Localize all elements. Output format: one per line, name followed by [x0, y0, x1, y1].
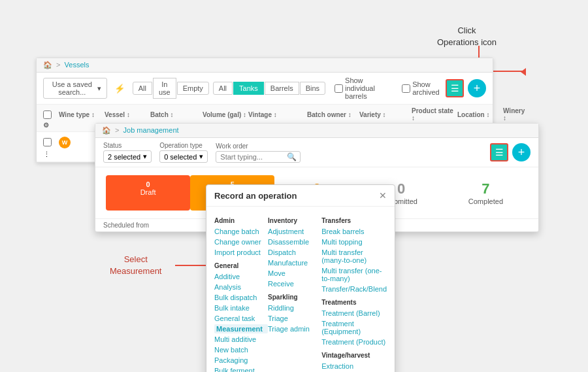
ops-new-batch[interactable]: New batch	[214, 345, 268, 354]
ops-receive[interactable]: Receive	[268, 279, 321, 288]
col-batch[interactable]: Batch ↕	[150, 107, 203, 122]
tab-empty[interactable]: Empty	[177, 82, 209, 95]
status-label: Status	[103, 142, 152, 149]
operations-icon: ☰	[451, 83, 459, 93]
operations-button-vessels[interactable]: ☰	[446, 79, 464, 97]
ops-measurement[interactable]: Measurement	[214, 324, 268, 333]
row-checkbox[interactable]	[43, 138, 52, 146]
col-batch-owner[interactable]: Batch owner ↕	[307, 107, 359, 122]
job-mgmt-link[interactable]: Job management	[123, 126, 179, 134]
w2-toolbar-right: ☰ +	[490, 143, 531, 161]
breadcrumb: 🏠 > Vessels	[43, 61, 89, 69]
row-check[interactable]	[43, 138, 59, 148]
ops-dialog-close-button[interactable]: ✕	[379, 190, 387, 201]
job-management-header: 🏠 > Job management	[95, 124, 538, 138]
ops-multi-additive[interactable]: Multi additive	[214, 335, 268, 344]
tab-tanks[interactable]: Tanks	[233, 82, 264, 95]
ops-import-product[interactable]: Import product	[214, 248, 268, 257]
annotation-click-ops: ClickOperations icon	[437, 25, 497, 48]
sparkling-section-title: Sparkling	[268, 294, 321, 301]
wine-badge: W	[59, 137, 71, 148]
add-job-button[interactable]: +	[512, 143, 531, 161]
ops-treatment-product[interactable]: Treatment (Product)	[321, 337, 387, 347]
ops-multi-topping[interactable]: Multi topping	[321, 237, 387, 246]
admin-section-title: Admin	[214, 217, 268, 224]
ops-change-owner[interactable]: Change owner	[214, 237, 268, 246]
ops-general-task[interactable]: General task	[214, 314, 268, 323]
ops-multi-transfer-many[interactable]: Multi transfer (many-to-one)	[321, 248, 387, 265]
scheduled-from-label: Scheduled from	[103, 222, 149, 229]
ops-disassemble[interactable]: Disassemble	[268, 237, 321, 246]
filter-button[interactable]: ⚡	[111, 82, 129, 95]
add-vessel-button[interactable]: +	[468, 79, 486, 97]
col-vessel[interactable]: Vessel ↕	[105, 107, 150, 122]
saved-search-label: Use a saved search...	[49, 80, 95, 96]
col-variety[interactable]: Variety ↕	[359, 107, 412, 122]
vessels-header: 🏠 > Vessels	[37, 58, 493, 73]
ops-transfer-rack-blend[interactable]: Transfer/Rack/Blend	[321, 284, 387, 294]
chevron-down-icon2: ▾	[143, 152, 147, 161]
tab-in-use[interactable]: In use	[153, 78, 176, 99]
ops-change-batch[interactable]: Change batch	[214, 227, 268, 236]
status-section: Status 2 selected ▾	[103, 142, 152, 163]
ops-dispatch[interactable]: Dispatch	[268, 248, 321, 257]
tab-bins[interactable]: Bins	[300, 82, 325, 95]
ops-riddling[interactable]: Riddling	[268, 303, 321, 313]
show-individual-label: Show individual barrels	[335, 76, 393, 100]
op-type-select[interactable]: 0 selected ▾	[159, 150, 208, 163]
ops-manufacture[interactable]: Manufacture	[268, 258, 321, 267]
completed-label: Completed	[446, 197, 525, 205]
col-check[interactable]	[43, 107, 59, 122]
home-icon[interactable]: 🏠	[43, 61, 52, 69]
op-type-value: 0 selected	[164, 153, 197, 161]
ops-treatment-equipment[interactable]: Treatment (Equipment)	[321, 319, 387, 336]
work-order-label: Work order	[216, 143, 301, 150]
job-management-toolbar: Status 2 selected ▾ Operation type 0 sel…	[95, 138, 538, 167]
saved-search-button[interactable]: Use a saved search... ▾	[43, 78, 107, 99]
annotation-select-measurement: SelectMeasurement	[110, 254, 161, 277]
col-location[interactable]: Location ↕	[457, 107, 503, 122]
draft-num: 0	[108, 180, 188, 188]
row-menu[interactable]: ⋮	[43, 150, 59, 159]
col-product-state[interactable]: Product state ↕	[412, 107, 457, 122]
col-settings[interactable]: ⚙	[43, 122, 59, 129]
ops-triage[interactable]: Triage	[268, 314, 321, 323]
ops-treatment-barrel[interactable]: Treatment (Barrel)	[321, 309, 387, 318]
ops-move[interactable]: Move	[268, 269, 321, 278]
tab-all2[interactable]: All	[213, 82, 233, 95]
ops-multi-transfer-one[interactable]: Multi transfer (one-to-many)	[321, 266, 387, 283]
col-winery[interactable]: Winery ↕	[503, 107, 516, 122]
plus-icon: +	[474, 82, 481, 95]
ops-bulk-dispatch[interactable]: Bulk dispatch	[214, 293, 268, 302]
ops-triage-admin[interactable]: Triage admin	[268, 324, 321, 333]
ops-break-barrels[interactable]: Break barrels	[321, 227, 387, 236]
col-volume[interactable]: Volume (gal) ↕	[203, 107, 248, 122]
toolbar-right: ☰ +	[446, 79, 486, 97]
ops-dialog-body: Admin Change batch Change owner Import p…	[206, 207, 395, 372]
home-icon2[interactable]: 🏠	[102, 126, 111, 134]
col-wine-type[interactable]: Wine type ↕	[59, 107, 105, 122]
ops-analysis[interactable]: Analysis	[214, 282, 268, 292]
show-individual-checkbox[interactable]	[335, 84, 343, 93]
ops-bulk-intake[interactable]: Bulk intake	[214, 303, 268, 313]
operations-button-jobs[interactable]: ☰	[490, 143, 508, 161]
vessels-toolbar: Use a saved search... ▾ ⚡ All In use Emp…	[37, 73, 493, 105]
select-all-checkbox[interactable]	[43, 110, 52, 119]
show-archived-checkbox[interactable]	[402, 84, 410, 93]
vessels-link[interactable]: Vessels	[65, 61, 90, 69]
status-value: 2 selected	[108, 153, 140, 161]
ops-adjustment[interactable]: Adjustment	[268, 227, 321, 236]
ops-extraction[interactable]: Extraction	[321, 362, 387, 371]
count-draft[interactable]: 0 Draft	[106, 175, 190, 211]
ops-bulk-ferment[interactable]: Bulk ferment	[214, 366, 268, 372]
completed-num: 7	[446, 180, 525, 197]
tab-barrels[interactable]: Barrels	[265, 82, 299, 95]
tab-all[interactable]: All	[133, 82, 152, 95]
ops-col-1: Admin Change batch Change owner Import p…	[214, 213, 268, 372]
status-select[interactable]: 2 selected ▾	[103, 150, 152, 163]
view-tabs: All In use Empty	[133, 78, 209, 99]
ops-packaging[interactable]: Packaging	[214, 356, 268, 365]
ops-additive[interactable]: Additive	[214, 272, 268, 281]
col-vintage[interactable]: Vintage ↕	[248, 107, 307, 122]
count-completed[interactable]: 7 Completed	[444, 175, 528, 211]
